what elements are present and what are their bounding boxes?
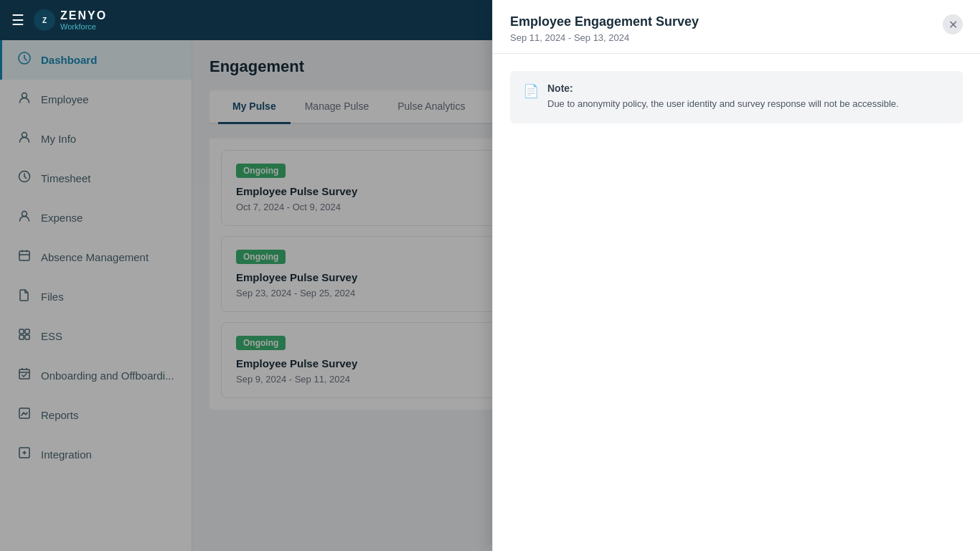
modal-date: Sep 11, 2024 - Sep 13, 2024 [510,32,699,43]
svg-text:Z: Z [42,17,47,24]
modal-title: Employee Engagement Survey [510,14,699,29]
note-box: 📄 Note: Due to anonymity policy, the use… [510,71,963,123]
logo-icon: Z [33,9,56,32]
modal-close-button[interactable]: ✕ [943,14,963,34]
logo-subtext: Workforce [60,22,107,31]
note-text: Due to anonymity policy, the user identi… [547,97,899,112]
modal-panel: Employee Engagement Survey Sep 11, 2024 … [492,0,980,551]
note-label: Note: [547,83,899,94]
hamburger-menu-icon[interactable]: ☰ [11,11,24,29]
logo: Z ZENYO Workforce [33,9,107,32]
modal-body: 📄 Note: Due to anonymity policy, the use… [493,54,980,551]
modal-header: Employee Engagement Survey Sep 11, 2024 … [493,0,980,54]
logo-text: ZENYO [60,9,107,22]
note-icon: 📄 [523,83,539,99]
